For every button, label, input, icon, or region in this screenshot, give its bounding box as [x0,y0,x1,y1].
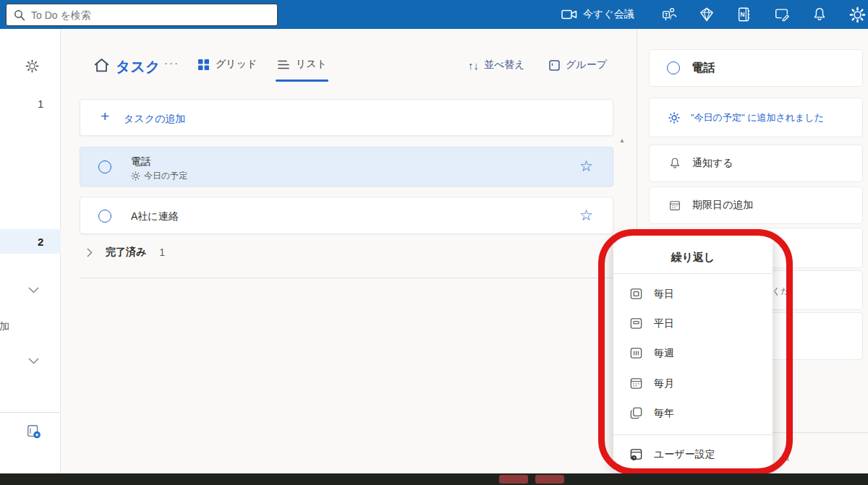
bell-icon [668,157,681,170]
meet-now-button[interactable]: 今すぐ会議 [561,0,634,29]
sort-label: 並べ替え [484,59,525,72]
tab-grid[interactable]: グリッド [198,58,257,71]
bell-icon[interactable] [805,0,834,29]
sidebar-add-label-fragment: 追加 [0,320,9,333]
tab-list-label: リスト [296,58,327,71]
task-checkbox[interactable] [98,160,111,173]
calendar-icon [668,199,681,212]
detail-title-card[interactable]: 電話 [649,49,863,87]
menu-item-yearly[interactable]: 毎年 [613,398,773,428]
sidebar-list-count: 1 [38,98,43,110]
menu-item-custom[interactable]: ユーザー設定 [613,439,773,469]
detail-task-checkbox[interactable] [667,61,680,74]
settings-gear-icon[interactable] [843,0,868,29]
repeat-menu-popup: 繰り返し 毎日 平日 毎週 毎月 毎年 ユーザー設定 [613,235,773,472]
chevron-down-icon[interactable] [28,358,39,364]
home-icon [93,56,111,74]
chevron-down-icon[interactable] [28,287,39,293]
app-header: 今すぐ会議 T N [0,0,868,29]
task-row-selected[interactable]: 電話 今日の予定 ☆ [80,147,613,186]
tab-grid-label: グリッド [216,58,257,71]
menu-divider [613,434,773,435]
teams-icon[interactable]: T [655,0,684,29]
grid-view-icon [198,59,209,70]
svg-text:T: T [665,12,668,17]
menu-item-label: 毎日 [654,288,674,301]
completed-count: 1 [159,246,165,258]
new-list-icon[interactable] [26,424,42,439]
onenote-icon[interactable]: N [730,0,759,29]
detail-my-day-row[interactable]: "今日の予定" に追加されました [649,98,863,137]
sidebar: 1 2 追加 [0,29,61,473]
task-title: 電話 [131,155,151,168]
calendar-weekday-icon [629,317,643,330]
sidebar-gear-icon[interactable] [25,59,39,73]
menu-item-label: 毎週 [654,347,674,360]
group-button[interactable]: グループ [549,59,607,72]
sidebar-item-selected[interactable]: 2 [0,229,61,254]
search-input[interactable] [31,9,248,21]
menu-item-label: 毎月 [654,377,674,390]
taskbar-red-fragment [499,475,528,484]
add-due-date-row[interactable]: 期限日の追加 [649,186,863,224]
plus-icon: + [101,108,109,125]
my-day-sun-icon [131,171,140,181]
svg-text:N: N [741,12,745,18]
calendar-month-icon [629,377,643,390]
panel-text-fragment: くだ [772,286,790,298]
group-icon [549,60,560,71]
task-row[interactable]: A社に連絡 ☆ [80,197,613,234]
sidebar-divider [0,412,61,413]
menu-item-monthly[interactable]: 毎月 [613,369,773,398]
menu-item-daily[interactable]: 毎日 [613,279,773,309]
search-box[interactable] [6,4,278,26]
calendar-year-icon [629,406,643,420]
task-subtitle-label: 今日の予定 [144,170,187,182]
repeat-menu-title: 繰り返し [613,251,773,265]
taskbar-strip [0,473,868,485]
add-task-label: タスクの追加 [124,113,185,126]
tab-list-active-underline [276,80,328,82]
scrollbar-up-arrow[interactable]: ▲ [619,137,625,144]
group-label: グループ [566,59,607,72]
taskbar-red-fragment [535,475,564,484]
star-icon[interactable]: ☆ [579,207,593,223]
more-options-button[interactable]: ··· [164,56,179,69]
task-checkbox[interactable] [98,210,111,223]
tab-list[interactable]: リスト [278,58,327,71]
detail-task-title: 電話 [692,61,715,76]
search-icon [14,9,25,21]
divider [80,278,613,278]
star-icon[interactable]: ☆ [579,158,593,173]
remind-me-label: 通知する [692,157,733,170]
menu-item-weekly[interactable]: 毎週 [613,338,773,368]
calendar-week-icon [629,346,643,360]
add-due-date-label: 期限日の追加 [692,199,753,212]
notepad-edit-icon[interactable] [767,0,796,29]
menu-item-label: 毎年 [654,407,674,420]
chevron-right-icon [87,248,93,257]
meet-now-label: 今すぐ会議 [583,8,634,21]
menu-divider [613,273,773,274]
remind-me-row[interactable]: 通知する [649,145,863,182]
video-camera-icon [561,8,577,21]
main-content: タスク ··· グリッド リスト ↑↓ 並べ替え グループ + タスクの追加 電… [61,29,637,473]
task-subtitle: 今日の予定 [131,170,187,182]
sort-arrows-icon: ↑↓ [468,59,479,72]
calendar-custom-icon [629,447,643,461]
completed-group-toggle[interactable]: 完了済み 1 [87,246,165,259]
my-day-sun-icon [668,112,680,124]
diamond-icon[interactable] [692,0,721,29]
menu-item-weekdays[interactable]: 平日 [613,309,773,338]
my-day-note: "今日の予定" に追加されました [691,111,824,124]
sort-button[interactable]: ↑↓ 並べ替え [468,59,525,72]
task-title: A社に連絡 [131,210,179,223]
sidebar-selected-count: 2 [38,236,43,248]
panel-footer-fragment: 日 [781,452,790,464]
page-title: タスク [116,57,160,77]
add-task-button[interactable]: + タスクの追加 [80,99,613,136]
menu-item-label: ユーザー設定 [654,448,715,461]
menu-item-label: 平日 [654,317,674,330]
completed-label: 完了済み [106,246,146,259]
calendar-day-icon [629,287,643,301]
